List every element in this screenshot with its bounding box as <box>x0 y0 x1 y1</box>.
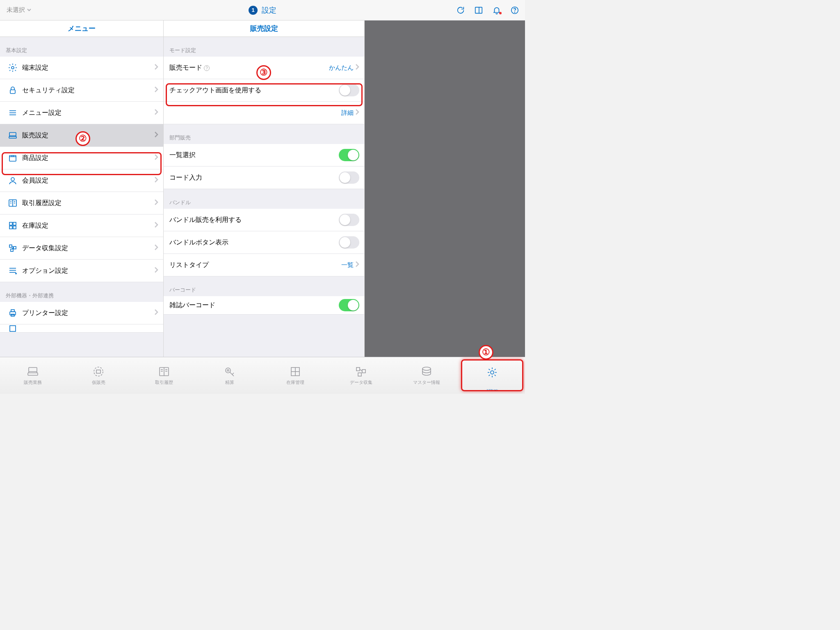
menu-item-label: 会員設定 <box>20 176 154 185</box>
detail-link-row[interactable]: 詳細 <box>164 102 364 124</box>
section-basic: 基本設定 <box>0 37 163 57</box>
empty-column <box>365 21 525 357</box>
tab-label: データ収集 <box>350 379 372 386</box>
chevron-right-icon <box>154 131 158 139</box>
list-type-value: 一覧 <box>341 261 354 269</box>
menu-item-printer[interactable]: プリンター設定 <box>0 302 163 324</box>
svg-point-65 <box>422 367 431 370</box>
list-type-label: リストタイプ <box>169 261 341 269</box>
book-icon <box>158 365 171 378</box>
chevron-right-icon <box>154 176 158 185</box>
checkout-label: チェックアウト画面を使用する <box>169 86 339 95</box>
chevron-right-icon <box>154 221 158 230</box>
menu-item-collect[interactable]: データ収集設定 <box>0 237 163 260</box>
checkout-row[interactable]: チェックアウト画面を使用する <box>164 79 364 102</box>
help-icon[interactable] <box>510 6 519 15</box>
menu-item-label: セキュリティ設定 <box>20 86 154 95</box>
book-icon <box>6 198 20 208</box>
code-input-toggle[interactable] <box>339 171 359 184</box>
svg-rect-9 <box>9 132 16 136</box>
data-icon <box>6 243 20 253</box>
section-bundle: バンドル <box>164 189 364 209</box>
hold-icon <box>92 365 105 378</box>
cabinet-icon <box>289 365 302 378</box>
menu-item-product[interactable]: 商品設定 <box>0 147 163 169</box>
bell-icon[interactable] <box>492 6 501 15</box>
svg-point-66 <box>491 371 494 374</box>
sales-mode-value: かんたん <box>329 64 354 72</box>
list-type-row[interactable]: リストタイプ 一覧 <box>164 254 364 276</box>
database-icon <box>420 365 433 378</box>
chevron-right-icon <box>154 309 158 317</box>
bundle-button-toggle[interactable] <box>339 236 359 249</box>
box-icon <box>6 153 20 163</box>
printer-icon <box>6 308 20 318</box>
svg-rect-30 <box>11 249 13 251</box>
section-mode: モード設定 <box>164 37 364 57</box>
refresh-icon[interactable] <box>456 6 465 15</box>
panel-icon[interactable] <box>474 6 483 15</box>
menu-item-history[interactable]: 取引履歴設定 <box>0 192 163 215</box>
tab-stock[interactable]: 在庫管理 <box>262 357 328 394</box>
chevron-right-icon <box>154 244 158 252</box>
menu-item-label: 取引履歴設定 <box>20 199 154 208</box>
lock-icon <box>6 85 20 95</box>
gear-icon <box>6 63 20 73</box>
register-icon <box>26 365 39 378</box>
tab-label: 販売業務 <box>24 379 42 386</box>
chevron-right-icon <box>355 261 359 269</box>
svg-rect-25 <box>13 222 16 225</box>
magazine-barcode-toggle[interactable] <box>339 299 359 311</box>
top-title: 1 設定 <box>249 5 276 15</box>
chevron-right-icon <box>154 267 158 275</box>
menu-item-more[interactable] <box>0 324 163 333</box>
code-input-row[interactable]: コード入力 <box>164 167 364 189</box>
menu-item-label: データ収集設定 <box>20 244 154 253</box>
list-select-toggle[interactable] <box>339 149 359 161</box>
menu-item-option[interactable]: オプション設定 <box>0 260 163 282</box>
menu-item-menu[interactable]: メニュー設定 <box>0 102 163 124</box>
menu-item-terminal[interactable]: 端末設定 <box>0 57 163 79</box>
tab-settings[interactable]: . 123Link <box>459 357 525 394</box>
bundle-button-row[interactable]: バンドルボタン表示 <box>164 231 364 254</box>
checkout-toggle[interactable] <box>339 84 359 96</box>
chevron-right-icon <box>154 64 158 72</box>
tab-hold[interactable]: 仮販売 <box>66 357 131 394</box>
tab-master[interactable]: マスター情報 <box>394 357 459 394</box>
list-select-row[interactable]: 一覧選択 <box>164 144 364 167</box>
chevron-right-icon <box>154 109 158 117</box>
tab-collect[interactable]: データ収集 <box>328 357 394 394</box>
chevron-down-icon <box>27 7 32 14</box>
menu-lines-icon <box>6 108 20 118</box>
callout-3: ③ <box>256 65 271 80</box>
svg-line-56 <box>230 372 234 376</box>
svg-rect-0 <box>475 7 482 13</box>
top-bar: 未選択 1 設定 <box>0 0 525 21</box>
menu-item-member[interactable]: 会員設定 <box>0 169 163 192</box>
key-icon <box>223 365 236 378</box>
callout-1: ① <box>479 345 493 360</box>
code-input-label: コード入力 <box>169 173 339 182</box>
bundle-use-toggle[interactable] <box>339 214 359 226</box>
tab-history[interactable]: 取引履歴 <box>131 357 197 394</box>
magazine-barcode-row[interactable]: 雑誌バーコード <box>164 296 364 315</box>
svg-rect-13 <box>9 155 16 161</box>
menu-item-security[interactable]: セキュリティ設定 <box>0 79 163 102</box>
tab-bar: 販売業務 仮販売 取引履歴 精算 在庫管理 データ収集 マスター情報 . 123… <box>0 357 525 394</box>
magazine-barcode-label: 雑誌バーコード <box>169 301 339 310</box>
sales-mode-text: 販売モード <box>169 64 202 71</box>
tab-settle[interactable]: 精算 <box>197 357 262 394</box>
bundle-use-row[interactable]: バンドル販売を利用する <box>164 209 364 231</box>
help-badge-icon[interactable]: ? <box>204 65 210 71</box>
location-selector[interactable]: 未選択 <box>7 6 32 14</box>
detail-link-label: 詳細 <box>341 109 354 117</box>
chevron-right-icon <box>154 154 158 162</box>
tab-label: 在庫管理 <box>286 379 304 386</box>
tab-sales[interactable]: 販売業務 <box>0 357 66 394</box>
tab-label: 仮販売 <box>92 379 105 386</box>
menu-item-stock[interactable]: 在庫設定 <box>0 215 163 237</box>
data-icon <box>354 365 368 378</box>
svg-rect-61 <box>356 368 360 371</box>
svg-rect-47 <box>96 370 100 373</box>
gear-icon <box>486 366 499 379</box>
